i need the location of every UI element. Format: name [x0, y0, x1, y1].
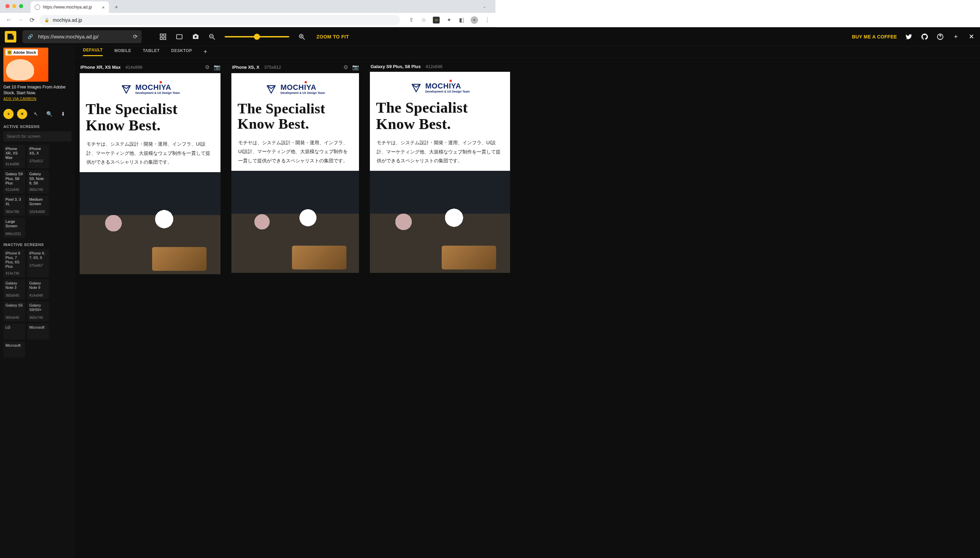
screen-chip[interactable]: iPhone XR, XS Max414x896	[3, 145, 25, 168]
app-url-text: https://www.mochiya.ad.jp/	[38, 34, 98, 39]
site-logo: MOCHIYADevelopment & UX Design Team	[266, 84, 325, 95]
tab-default[interactable]: DEFAULT	[83, 48, 103, 56]
link-icon: 🔗	[26, 33, 34, 41]
hero-heading: The Specialist Know Best.	[370, 100, 496, 132]
forward-button: →	[16, 16, 25, 23]
device-preview: iPhone XS, X375x812⚙📷MOCHIYADevelopment …	[231, 62, 359, 274]
carbon-ad[interactable]: StAdobe Stock Get 10 Free Images From Ad…	[3, 48, 71, 101]
sidepanel-icon[interactable]: ◧	[458, 17, 465, 23]
ad-via-link[interactable]: ADS VIA CARBON	[3, 97, 71, 101]
preview-header: Galaxy S9 Plus, S8 Plus412x846	[371, 64, 496, 69]
screen-chip[interactable]: iPhone 8 Plus, 7 Plus, 6S Plus414x736	[3, 249, 25, 277]
zoom-out-icon[interactable]	[208, 33, 216, 41]
chip-dim: 360x740	[29, 187, 47, 192]
ad-text: Get 10 Free Images From Adobe Stock. Sta…	[3, 84, 71, 96]
reload-button[interactable]: ⟳	[28, 16, 36, 24]
inspector-icon[interactable]: ✴	[17, 109, 27, 119]
app-url-input[interactable]: 🔗 https://www.mochiya.ad.jp/ ⟳	[23, 30, 141, 43]
download-icon[interactable]: ⬇	[58, 109, 68, 119]
lock-icon: 🔒	[44, 18, 49, 23]
zoom-in-icon[interactable]	[298, 33, 305, 41]
chip-dim: 412x846	[5, 187, 23, 192]
screen-chip[interactable]: iPhone XS, X375x812	[27, 145, 49, 168]
screen-chip[interactable]: Galaxy S9, Note 8, S8360x740	[27, 170, 49, 194]
camera-icon[interactable]: 📷	[352, 64, 359, 71]
maximize-window-icon[interactable]	[19, 4, 23, 8]
grid-view-icon[interactable]	[159, 33, 167, 41]
chip-name: Galaxy S9, Note 8, S8	[29, 172, 47, 185]
search-tool-icon[interactable]: 🔍	[44, 109, 54, 119]
tab-mobile[interactable]: MOBILE	[114, 48, 131, 56]
single-view-icon[interactable]	[176, 33, 183, 41]
svg-line-7	[213, 38, 215, 39]
share-icon[interactable]: ⇪	[408, 17, 414, 23]
close-tab-icon[interactable]: ×	[102, 5, 105, 10]
preview-frame[interactable]: MOCHIYADevelopment & UX Design TeamThe S…	[231, 73, 359, 273]
hero-photo	[231, 171, 359, 273]
gear-icon[interactable]: ⚙	[343, 64, 348, 71]
browser-tab[interactable]: https://www.mochiya.ad.jp ×	[31, 2, 109, 13]
screen-chip[interactable]: Large Screen688x1031	[3, 218, 25, 238]
diamond-icon	[410, 82, 422, 94]
chip-dim: 375x812	[29, 159, 47, 163]
chip-dim: 393x786	[5, 210, 23, 214]
globe-icon	[35, 5, 40, 10]
app-reload-icon[interactable]: ⟳	[133, 33, 138, 40]
screen-chip[interactable]: Medium Screen1024x800	[27, 195, 49, 216]
chip-name: iPhone 8, 7, 6S, 6	[29, 251, 47, 261]
close-window-icon[interactable]	[5, 4, 10, 8]
sidebar-tools: ⌖ ✴ ↖ 🔍 ⬇	[3, 109, 71, 119]
diamond-icon	[120, 84, 132, 95]
screen-chip[interactable]: Galaxy S9 Plus, S8 Plus412x846	[3, 170, 25, 194]
screen-chip[interactable]: Galaxy Note 3360x640	[3, 279, 25, 282]
extensions-icon[interactable]: ✦	[445, 17, 452, 23]
screen-chip[interactable]: iPhone 8, 7, 6S, 6375x667	[27, 249, 49, 277]
profile-avatar[interactable]: •	[471, 16, 478, 24]
svg-rect-0	[160, 34, 163, 36]
address-bar[interactable]: 🔒 mochiya.ad.jp	[39, 15, 400, 25]
search-screen-input[interactable]	[3, 131, 71, 141]
svg-rect-1	[164, 34, 166, 36]
camera-icon[interactable]: 📷	[214, 64, 220, 71]
address-text: mochiya.ad.jp	[53, 17, 82, 23]
chip-name: Medium Screen	[29, 197, 47, 208]
device-preview: iPhone XR, XS Max414x896⚙📷MOCHIYADevelop…	[80, 62, 220, 274]
screenshot-icon[interactable]	[192, 33, 199, 41]
gear-icon[interactable]: ⚙	[205, 64, 210, 71]
add-preset-icon[interactable]: +	[204, 48, 207, 56]
chip-name: Galaxy S9 Plus, S8 Plus	[5, 172, 23, 185]
new-tab-button[interactable]: +	[112, 2, 121, 12]
tab-title: https://www.mochiya.ad.jp	[43, 5, 92, 10]
tab-desktop[interactable]: DESKTOP	[171, 48, 192, 56]
inactive-screens-list: iPhone 8 Plus, 7 Plus, 6S Plus414x736iPh…	[3, 249, 71, 282]
browser-tabstrip: https://www.mochiya.ad.jp × + ⌄	[0, 0, 496, 13]
extension-responsively-icon[interactable]: ▭	[433, 17, 440, 23]
hero-photo	[370, 171, 496, 273]
minimize-window-icon[interactable]	[12, 4, 16, 8]
preview-frame[interactable]: MOCHIYADevelopment & UX Design TeamThe S…	[80, 73, 220, 274]
app-logo[interactable]	[5, 31, 16, 43]
svg-rect-3	[164, 37, 166, 39]
inactive-screens-heading: INACTIVE SCREENS	[3, 243, 71, 247]
kebab-menu-icon[interactable]: ⋮	[484, 17, 491, 23]
scroll-sync-icon[interactable]: ⌖	[3, 109, 14, 119]
active-screens-list: iPhone XR, XS Max414x896iPhone XS, X375x…	[3, 145, 71, 238]
site-logo: MOCHIYADevelopment & UX Design Team	[410, 82, 470, 94]
cursor-icon[interactable]: ↖	[31, 109, 41, 119]
preview-name: Galaxy S9 Plus, S8 Plus	[371, 64, 420, 69]
active-screens-heading: ACTIVE SCREENS	[3, 125, 71, 129]
hero-body: モチヤは、システム設計・開発・運用、インフラ、UI設計、マーケティング他、大規模…	[231, 132, 359, 171]
zoom-to-fit-button[interactable]: ZOOM TO FIT	[317, 34, 349, 39]
bookmark-star-icon[interactable]: ☆	[420, 17, 427, 23]
device-preview: Galaxy S9 Plus, S8 Plus412x846MOCHIYADev…	[370, 62, 496, 274]
preview-dim: 375x812	[264, 65, 281, 70]
screen-chip[interactable]: Galaxy Note 9414x846	[27, 279, 49, 282]
screen-chip[interactable]: Pixel 3, 3 XL393x786	[3, 195, 25, 216]
tabs-overflow-icon[interactable]: ⌄	[483, 5, 486, 9]
tab-tablet[interactable]: TABLET	[143, 48, 159, 56]
zoom-slider[interactable]	[225, 36, 289, 38]
back-button[interactable]: ←	[5, 16, 13, 23]
chip-name: iPhone 8 Plus, 7 Plus, 6S Plus	[5, 251, 23, 269]
preview-frame[interactable]: MOCHIYADevelopment & UX Design TeamThe S…	[370, 72, 496, 273]
diamond-icon	[266, 84, 277, 95]
